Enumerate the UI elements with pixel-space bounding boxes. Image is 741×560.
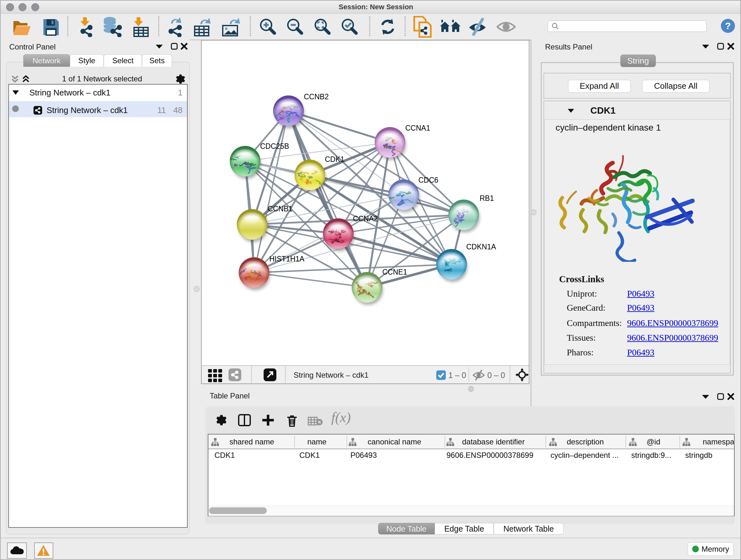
svg-text:CDK1: CDK1 bbox=[325, 155, 344, 164]
svg-text:?: ? bbox=[725, 20, 731, 31]
svg-text:RB1: RB1 bbox=[480, 194, 494, 202]
svg-text:HIST1H1A: HIST1H1A bbox=[269, 255, 305, 263]
svg-text:CDKN1A: CDKN1A bbox=[466, 243, 496, 251]
svg-text:CCNB1: CCNB1 bbox=[268, 205, 293, 213]
svg-text:CCNA1: CCNA1 bbox=[405, 124, 430, 132]
svg-text:CCNA2: CCNA2 bbox=[353, 214, 378, 223]
svg-text:CDC25B: CDC25B bbox=[260, 142, 289, 150]
svg-text:CCNE1: CCNE1 bbox=[382, 268, 407, 276]
svg-text:CCNB2: CCNB2 bbox=[304, 92, 329, 101]
svg-text:CDC6: CDC6 bbox=[418, 176, 439, 184]
